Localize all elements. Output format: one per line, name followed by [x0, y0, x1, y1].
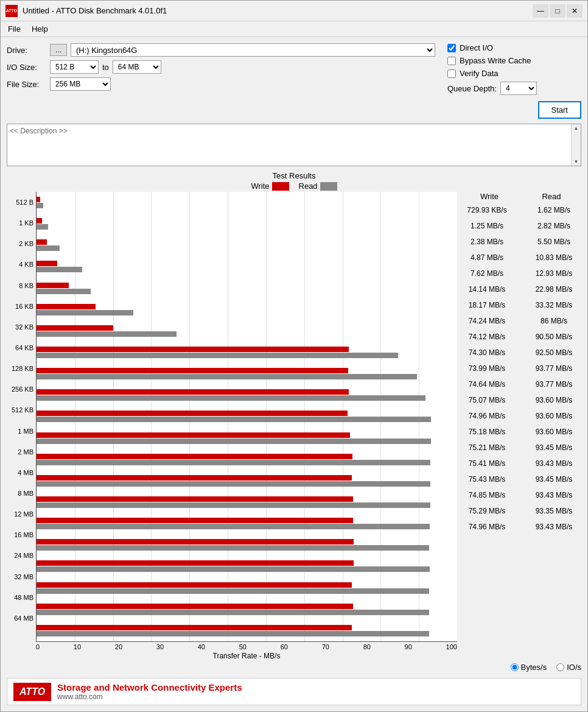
footer-section: Bytes/s IO/s [7, 663, 581, 672]
scroll-down-icon[interactable]: ▼ [573, 158, 580, 166]
bar-row [37, 428, 457, 449]
read-cell: 1.62 MB/s [527, 206, 581, 214]
queue-depth-row: Queue Depth: 4 [447, 82, 581, 95]
description-scrollbar[interactable]: ▲ ▼ [571, 124, 581, 166]
io-size-row: I/O Size: 512 B to 64 MB [7, 60, 435, 74]
bar-row [37, 278, 457, 299]
x-axis-label: 60 [281, 643, 288, 650]
ios-radio[interactable] [556, 663, 564, 671]
read-legend-label: Read [299, 182, 318, 191]
data-row: 75.43 MB/s93.45 MB/s [460, 471, 581, 487]
direct-io-checkbox[interactable] [447, 44, 456, 52]
bar-row [37, 342, 457, 363]
minimize-button[interactable]: — [533, 4, 548, 18]
data-row: 75.21 MB/s93.45 MB/s [460, 440, 581, 456]
right-controls: Direct I/O Bypass Write Cache Verify Dat… [447, 43, 581, 119]
data-table-header: Write Read [460, 192, 581, 201]
close-button[interactable]: ✕ [567, 4, 583, 18]
y-label: 512 KB [7, 402, 36, 418]
write-bar [37, 518, 353, 523]
write-bar [37, 325, 113, 331]
write-cell: 14.14 MB/s [460, 285, 514, 294]
bytes-radio[interactable] [511, 663, 519, 671]
menu-file[interactable]: File [3, 23, 26, 35]
data-rows: 729.93 KB/s1.62 MB/s1.25 MB/s2.82 MB/s2.… [460, 202, 581, 535]
title-bar: ATTO Untitled - ATTO Disk Benchmark 4.01… [1, 1, 587, 21]
menu-bar: File Help [1, 21, 587, 37]
write-bar [37, 432, 350, 438]
drive-browse-button[interactable]: ... [50, 44, 67, 56]
menu-help[interactable]: Help [27, 23, 53, 35]
write-cell: 75.29 MB/s [460, 507, 514, 515]
write-cell: 75.41 MB/s [460, 459, 514, 468]
description-box: << Description >> ▲ ▼ [7, 124, 581, 166]
read-bar [37, 310, 133, 315]
read-cell: 10.83 MB/s [527, 253, 581, 262]
data-row: 73.99 MB/s93.77 MB/s [460, 361, 581, 376]
y-label: 64 KB [7, 340, 36, 356]
write-bar [37, 560, 354, 566]
data-table: Write Read 729.93 KB/s1.62 MB/s1.25 MB/s… [460, 192, 581, 660]
x-axis-label: 20 [115, 643, 122, 650]
write-bar [37, 496, 353, 502]
y-label: 16 KB [7, 298, 36, 314]
data-row: 1.25 MB/s2.82 MB/s [460, 218, 581, 234]
write-bar [37, 304, 96, 309]
read-bar [37, 545, 429, 551]
data-row: 2.38 MB/s5.50 MB/s [460, 234, 581, 250]
data-row: 729.93 KB/s1.62 MB/s [460, 202, 581, 218]
queue-depth-select[interactable]: 4 [500, 82, 537, 95]
data-row: 74.24 MB/s86 MB/s [460, 313, 581, 329]
maximize-button[interactable]: □ [550, 4, 565, 18]
results-title: Test Results [7, 171, 581, 180]
atto-logo: ATTO [13, 683, 51, 701]
bypass-write-cache-checkbox[interactable] [447, 57, 456, 65]
write-bar [37, 604, 353, 609]
y-label: 32 KB [7, 319, 36, 335]
write-col-header: Write [462, 192, 517, 201]
scroll-up-icon[interactable]: ▲ [573, 124, 580, 132]
y-label: 8 MB [7, 485, 36, 501]
direct-io-row: Direct I/O [447, 43, 581, 52]
verify-data-checkbox[interactable] [447, 69, 456, 78]
read-cell: 90.50 MB/s [527, 333, 581, 341]
data-row: 18.17 MB/s33.32 MB/s [460, 297, 581, 313]
start-button[interactable]: Start [538, 101, 581, 119]
read-legend-color [320, 182, 337, 191]
bypass-write-cache-label: Bypass Write Cache [460, 56, 531, 65]
x-axis-label: 0 [36, 643, 40, 650]
radio-group: Bytes/s IO/s [511, 663, 581, 672]
write-bar [37, 218, 42, 224]
read-bar [37, 502, 430, 508]
bar-row [37, 492, 457, 513]
read-cell: 93.43 MB/s [527, 459, 581, 468]
data-row: 75.18 MB/s93.60 MB/s [460, 424, 581, 440]
x-axis-row: 0102030405060708090100 [7, 642, 457, 650]
read-cell: 93.77 MB/s [527, 364, 581, 373]
data-row: 7.62 MB/s12.93 MB/s [460, 266, 581, 281]
verify-data-row: Verify Data [447, 69, 581, 78]
drive-select[interactable]: (H:) Kingston64G [71, 43, 435, 57]
bar-row [37, 299, 457, 320]
data-row: 74.96 MB/s93.43 MB/s [460, 519, 581, 535]
data-row: 75.07 MB/s93.60 MB/s [460, 392, 581, 408]
io-from-select[interactable]: 512 B [50, 60, 99, 74]
window-title: Untitled - ATTO Disk Benchmark 4.01.0f1 [23, 6, 167, 15]
bars-container [36, 192, 457, 642]
write-cell: 74.12 MB/s [460, 333, 514, 341]
y-label: 512 B [7, 194, 36, 210]
read-cell: 93.35 MB/s [527, 507, 581, 515]
x-axis-label: 90 [405, 643, 412, 650]
y-label: 4 MB [7, 465, 36, 481]
io-to-select[interactable]: 64 MB [113, 60, 161, 74]
write-bar [37, 454, 352, 459]
write-cell: 74.85 MB/s [460, 491, 514, 499]
file-size-select[interactable]: 256 MB [50, 77, 111, 91]
read-bar [37, 566, 430, 572]
drive-label: Drive: [7, 46, 46, 55]
write-cell: 74.64 MB/s [460, 380, 514, 389]
x-axis-label: 50 [239, 643, 247, 650]
y-label: 128 KB [7, 361, 36, 376]
ios-label: IO/s [567, 663, 581, 672]
data-row: 75.41 MB/s93.43 MB/s [460, 456, 581, 471]
